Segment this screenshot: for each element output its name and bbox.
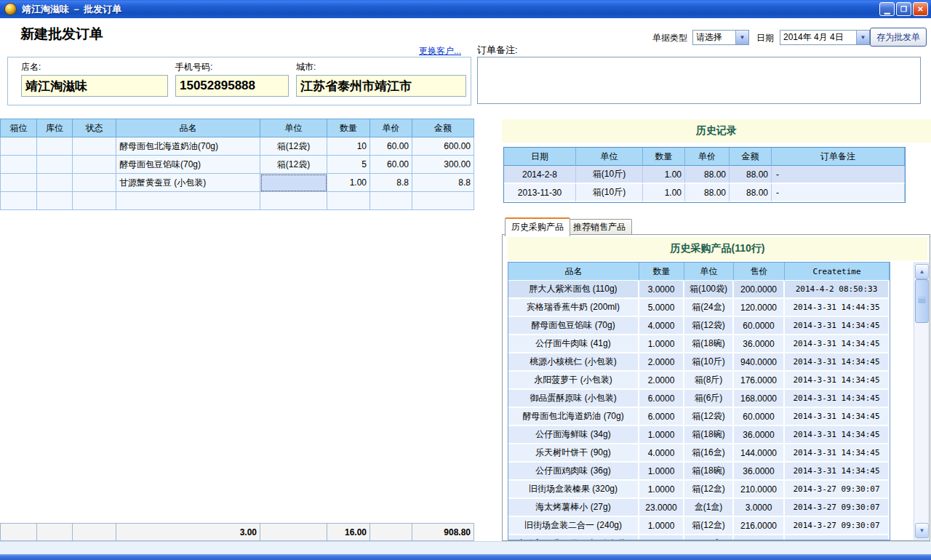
- table-cell[interactable]: [37, 174, 73, 192]
- table-cell[interactable]: [260, 174, 327, 192]
- table-row[interactable]: 酵母面包北海道奶油(70g)箱(12袋)1060.00600.00: [1, 137, 474, 156]
- table-cell[interactable]: 2014-3-27 09:30:07: [785, 481, 890, 499]
- table-cell[interactable]: 胖大人紫米面包 (110g): [508, 281, 639, 299]
- table-cell[interactable]: [370, 192, 412, 210]
- table-cell[interactable]: 3.0000: [639, 281, 684, 299]
- table-cell[interactable]: 200.0000: [734, 281, 785, 299]
- table-row[interactable]: 森雅印尼千层糕原味 (小包装)5.0000箱(5斤)56.00002014-3-…: [508, 535, 890, 540]
- table-cell[interactable]: 酵母面包豆馅味(70g): [116, 156, 260, 174]
- table-row[interactable]: 甘源蟹黄蚕豆 (小包装)1.008.88.8: [1, 174, 474, 192]
- table-cell[interactable]: 940.0000: [734, 353, 785, 372]
- table-cell[interactable]: 10: [327, 137, 370, 156]
- table-cell[interactable]: 箱(18碗): [684, 463, 734, 481]
- table-cell[interactable]: [1, 192, 37, 210]
- table-cell[interactable]: [37, 137, 73, 156]
- table-cell[interactable]: [327, 192, 370, 210]
- save-wholesale-button[interactable]: 存为批发单: [870, 28, 927, 47]
- table-cell[interactable]: 2014-3-27 09:30:07: [785, 499, 890, 517]
- table-cell[interactable]: 公仔面牛肉味 (41g): [508, 335, 639, 353]
- table-cell[interactable]: 23.0000: [639, 499, 684, 517]
- table-row[interactable]: 酵母面包豆馅味 (70g)4.0000箱(12袋)60.00002014-3-3…: [508, 317, 890, 335]
- table-cell[interactable]: 2014-2-8: [504, 166, 576, 184]
- table-row[interactable]: 御品蛋酥原味 (小包装)6.0000箱(6斤)168.00002014-3-31…: [508, 390, 890, 408]
- chevron-down-icon[interactable]: ▼: [735, 31, 748, 44]
- table-cell[interactable]: [37, 156, 73, 174]
- table-cell[interactable]: 1.00: [327, 174, 370, 192]
- table-cell[interactable]: [73, 524, 116, 541]
- order-remark-input[interactable]: [477, 57, 921, 104]
- table-cell[interactable]: 56.0000: [734, 535, 785, 540]
- table-cell[interactable]: 1.00: [643, 166, 685, 184]
- table-cell[interactable]: [37, 524, 73, 541]
- table-cell[interactable]: 36.0000: [734, 463, 785, 481]
- table-cell[interactable]: 2014-3-31 14:34:45: [785, 372, 890, 390]
- table-row[interactable]: 3.0016.00908.80: [1, 524, 474, 541]
- table-cell[interactable]: 5: [327, 156, 370, 174]
- products-scrollbar[interactable]: ▲ ▼: [914, 263, 929, 540]
- minimize-button[interactable]: ▁: [879, 2, 895, 16]
- table-cell[interactable]: 60.00: [370, 137, 412, 156]
- table-cell[interactable]: [37, 192, 73, 210]
- table-cell[interactable]: 1.0000: [639, 517, 684, 535]
- table-cell[interactable]: 88.00: [730, 166, 772, 184]
- table-cell[interactable]: 3.0000: [734, 499, 785, 517]
- table-cell[interactable]: 2014-3-31 14:34:45: [785, 426, 890, 444]
- table-cell[interactable]: 8.8: [412, 174, 474, 192]
- table-cell[interactable]: 箱(6斤): [684, 390, 734, 408]
- table-cell[interactable]: [260, 192, 327, 210]
- table-cell[interactable]: [1, 137, 37, 156]
- table-cell[interactable]: 公仔面海鲜味 (34g): [508, 426, 639, 444]
- table-cell[interactable]: 2014-3-31 14:34:45: [785, 317, 890, 335]
- table-cell[interactable]: 2014-4-2 08:50:33: [785, 281, 890, 299]
- store-name-field[interactable]: [21, 75, 168, 97]
- table-cell[interactable]: [73, 174, 116, 192]
- table-cell[interactable]: 16.00: [327, 524, 370, 541]
- table-cell[interactable]: 箱(12盒): [684, 517, 734, 535]
- table-cell[interactable]: 箱(12袋): [684, 408, 734, 426]
- table-cell[interactable]: [1, 524, 37, 541]
- table-cell[interactable]: 5.0000: [639, 299, 684, 317]
- table-cell[interactable]: 2014-3-31 14:34:45: [785, 335, 890, 353]
- table-cell[interactable]: 6.0000: [639, 390, 684, 408]
- table-row[interactable]: 公仔面海鲜味 (34g)1.0000箱(18碗)36.00002014-3-31…: [508, 426, 890, 444]
- table-cell[interactable]: 88.00: [685, 166, 730, 184]
- table-cell[interactable]: 2014-3-31 14:34:45: [785, 353, 890, 372]
- table-cell[interactable]: 盒(1盒): [684, 499, 734, 517]
- table-cell[interactable]: 箱(16盒): [684, 444, 734, 463]
- table-row[interactable]: 酵母面包北海道奶油 (70g)6.0000箱(12袋)60.00002014-3…: [508, 408, 890, 426]
- table-cell[interactable]: 2014-3-31 14:34:45: [785, 463, 890, 481]
- table-cell[interactable]: 1.0000: [639, 426, 684, 444]
- table-cell[interactable]: -: [772, 184, 905, 202]
- table-cell[interactable]: 168.0000: [734, 390, 785, 408]
- table-cell[interactable]: 4.0000: [639, 444, 684, 463]
- table-cell[interactable]: [1, 156, 37, 174]
- table-cell[interactable]: 2.0000: [639, 353, 684, 372]
- scroll-down-button[interactable]: ▼: [915, 523, 929, 538]
- date-picker[interactable]: 2014年 4月 4日 ▼: [780, 30, 870, 45]
- table-cell[interactable]: 箱(5斤): [684, 535, 734, 540]
- table-cell[interactable]: 176.0000: [734, 372, 785, 390]
- table-cell[interactable]: 60.00: [370, 156, 412, 174]
- table-cell[interactable]: 御品蛋酥原味 (小包装): [508, 390, 639, 408]
- table-cell[interactable]: [73, 156, 116, 174]
- table-cell[interactable]: 箱(18碗): [684, 426, 734, 444]
- table-cell[interactable]: 88.00: [730, 184, 772, 202]
- table-cell[interactable]: 箱(18碗): [684, 335, 734, 353]
- table-cell[interactable]: 908.80: [412, 524, 474, 541]
- table-cell[interactable]: 箱(12袋): [260, 137, 327, 156]
- table-cell[interactable]: 60.0000: [734, 408, 785, 426]
- close-button[interactable]: ✕: [913, 2, 928, 16]
- table-cell[interactable]: 144.0000: [734, 444, 785, 463]
- table-row[interactable]: 2014-2-8箱(10斤)1.0088.0088.00-: [504, 166, 905, 184]
- table-cell[interactable]: [73, 192, 116, 210]
- table-cell[interactable]: [412, 192, 474, 210]
- table-cell[interactable]: 箱(24盒): [684, 299, 734, 317]
- table-cell[interactable]: 88.00: [685, 184, 730, 202]
- restore-button[interactable]: ❐: [896, 2, 911, 16]
- table-cell[interactable]: 60.0000: [734, 317, 785, 335]
- table-cell[interactable]: 2013-11-30: [504, 184, 576, 202]
- scrollbar-thumb[interactable]: [915, 279, 929, 323]
- table-cell[interactable]: 甘源蟹黄蚕豆 (小包装): [116, 174, 260, 192]
- table-row[interactable]: 公仔面牛肉味 (41g)1.0000箱(18碗)36.00002014-3-31…: [508, 335, 890, 353]
- table-cell[interactable]: 乐天树叶饼干 (90g): [508, 444, 639, 463]
